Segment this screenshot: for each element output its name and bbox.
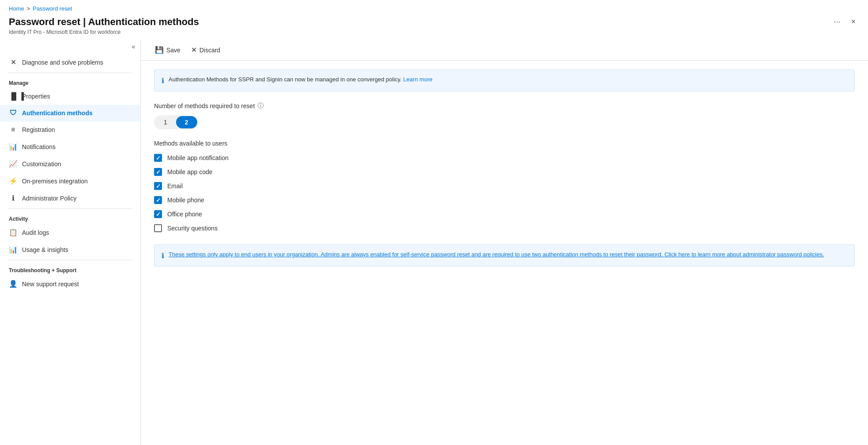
sidebar-item-on-premises[interactable]: ⚡ On-premises integration — [0, 172, 140, 190]
page-title: Password reset | Authentication methods — [9, 16, 199, 28]
bottom-banner-link[interactable]: These settings only apply to end users i… — [169, 251, 824, 258]
method-label-mobile-app-code: Mobile app code — [167, 168, 213, 175]
sidebar-item-notifications[interactable]: 📊 Notifications — [0, 138, 140, 155]
discard-button[interactable]: ✕ Discard — [186, 43, 225, 57]
sidebar-item-new-support[interactable]: 👤 New support request — [0, 275, 140, 292]
sidebar-label-notifications: Notifications — [22, 143, 55, 150]
checkbox-mobile-app-notif[interactable]: ✓ — [154, 154, 162, 162]
bottom-banner: ℹ These settings only apply to end users… — [154, 244, 855, 266]
num-methods-label: Number of methods required to reset — [154, 102, 255, 109]
sidebar-label-usage-insights: Usage & insights — [22, 246, 68, 253]
sidebar-label-new-support: New support request — [22, 281, 79, 288]
sidebar-divider-troubleshooting — [9, 260, 132, 260]
method-label-security-questions: Security questions — [167, 225, 217, 232]
sidebar-troubleshooting-header: Troubleshooting + Support — [0, 262, 140, 275]
learn-more-link[interactable]: Learn more — [403, 76, 432, 83]
audit-logs-icon: 📋 — [9, 228, 18, 237]
info-banner: ℹ Authentication Methods for SSPR and Si… — [154, 69, 855, 91]
methods-section-label: Methods available to users — [154, 140, 855, 147]
sidebar-divider-manage — [9, 73, 132, 73]
sidebar-collapse-button[interactable]: « — [132, 43, 135, 50]
sidebar-label-registration: Registration — [22, 126, 55, 133]
page-subtitle: Identity IT Pro - Microsoft Entra ID for… — [0, 29, 868, 40]
page-header: Password reset | Authentication methods … — [0, 14, 868, 29]
method-item-office-phone[interactable]: ✓ Office phone — [154, 210, 855, 218]
save-label: Save — [166, 47, 180, 54]
close-button[interactable]: × — [847, 15, 859, 28]
sidebar-item-audit-logs[interactable]: 📋 Audit logs — [0, 224, 140, 241]
check-mark-mobile-app-code: ✓ — [156, 169, 161, 175]
shield-icon: 🛡 — [9, 109, 18, 117]
more-button[interactable]: ··· — [830, 15, 844, 28]
sidebar-item-usage-insights[interactable]: 📊 Usage & insights — [0, 241, 140, 258]
checkbox-mobile-app-code[interactable]: ✓ — [154, 168, 162, 176]
method-label-office-phone: Office phone — [167, 211, 202, 218]
method-label-mobile-phone: Mobile phone — [167, 197, 204, 204]
method-item-mobile-app-code[interactable]: ✓ Mobile app code — [154, 168, 855, 176]
sidebar-item-diagnose[interactable]: ✕ Diagnose and solve problems — [0, 54, 140, 71]
info-banner-text: Authentication Methods for SSPR and Sign… — [169, 76, 433, 83]
method-item-mobile-app-notif[interactable]: ✓ Mobile app notification — [154, 154, 855, 162]
bottom-info-icon: ℹ — [162, 252, 164, 260]
sidebar-label-audit-logs: Audit logs — [22, 229, 49, 236]
admin-policy-icon: ℹ — [9, 194, 18, 202]
sidebar-item-registration[interactable]: ≡ Registration — [0, 121, 140, 138]
wrench-icon: ✕ — [9, 58, 18, 66]
toolbar: 💾 Save ✕ Discard — [141, 40, 868, 61]
checkbox-office-phone[interactable]: ✓ — [154, 210, 162, 218]
check-mark-email: ✓ — [156, 183, 161, 190]
sidebar-item-properties[interactable]: ▐▌▐ Properties — [0, 88, 140, 105]
discard-label: Discard — [199, 47, 220, 54]
methods-toggle[interactable]: 1 2 — [154, 115, 198, 129]
main-layout: « ✕ Diagnose and solve problems Manage ▐… — [0, 40, 868, 445]
sidebar-manage-header: Manage — [0, 75, 140, 88]
sidebar-item-customization[interactable]: 📈 Customization — [0, 155, 140, 172]
toggle-option-2[interactable]: 2 — [176, 116, 197, 128]
breadcrumb-current[interactable]: Password reset — [33, 5, 72, 12]
sidebar-activity-header: Activity — [0, 211, 140, 224]
notifications-icon: 📊 — [9, 142, 18, 151]
checkbox-email[interactable]: ✓ — [154, 182, 162, 190]
sidebar-label-properties: Properties — [22, 93, 50, 100]
sidebar-label-admin-policy: Administrator Policy — [22, 195, 77, 202]
sidebar-collapse-area: « — [0, 40, 140, 54]
breadcrumb-home[interactable]: Home — [9, 5, 24, 12]
check-mark-office-phone: ✓ — [156, 211, 161, 218]
method-item-security-questions[interactable]: ✓ Security questions — [154, 224, 855, 232]
check-mark-mobile-app-notif: ✓ — [156, 155, 161, 161]
usage-insights-icon: 📊 — [9, 245, 18, 254]
breadcrumb: Home > Password reset — [0, 0, 868, 14]
checkbox-security-questions[interactable]: ✓ — [154, 224, 162, 232]
sidebar-label-on-premises: On-premises integration — [22, 178, 88, 185]
support-icon: 👤 — [9, 280, 18, 288]
method-item-email[interactable]: ✓ Email — [154, 182, 855, 190]
num-methods-section: Number of methods required to reset ⓘ — [154, 102, 855, 110]
breadcrumb-separator: > — [27, 5, 30, 12]
content-area: ℹ Authentication Methods for SSPR and Si… — [141, 61, 868, 445]
check-mark-mobile-phone: ✓ — [156, 197, 161, 204]
toggle-option-1[interactable]: 1 — [155, 116, 176, 128]
sidebar-item-authentication-methods[interactable]: 🛡 Authentication methods — [0, 105, 140, 121]
save-icon: 💾 — [155, 46, 164, 54]
header-actions: ··· × — [830, 15, 859, 28]
properties-icon: ▐▌▐ — [9, 92, 18, 100]
method-list: ✓ Mobile app notification ✓ Mobile app c… — [154, 154, 855, 232]
sidebar: « ✕ Diagnose and solve problems Manage ▐… — [0, 40, 141, 445]
customization-icon: 📈 — [9, 160, 18, 168]
diagnose-label: Diagnose and solve problems — [22, 59, 103, 66]
on-premises-icon: ⚡ — [9, 177, 18, 185]
discard-icon: ✕ — [191, 46, 197, 54]
sidebar-divider-activity — [9, 208, 132, 209]
save-button[interactable]: 💾 Save — [150, 43, 186, 57]
sidebar-label-customization: Customization — [22, 160, 61, 168]
method-label-mobile-app-notif: Mobile app notification — [167, 154, 228, 161]
registration-icon: ≡ — [9, 126, 18, 134]
checkbox-mobile-phone[interactable]: ✓ — [154, 196, 162, 204]
sidebar-label-auth-methods: Authentication methods — [22, 109, 92, 117]
help-icon: ⓘ — [257, 102, 264, 110]
method-item-mobile-phone[interactable]: ✓ Mobile phone — [154, 196, 855, 204]
sidebar-item-admin-policy[interactable]: ℹ Administrator Policy — [0, 190, 140, 207]
info-icon: ℹ — [162, 77, 164, 85]
method-label-email: Email — [167, 182, 183, 190]
